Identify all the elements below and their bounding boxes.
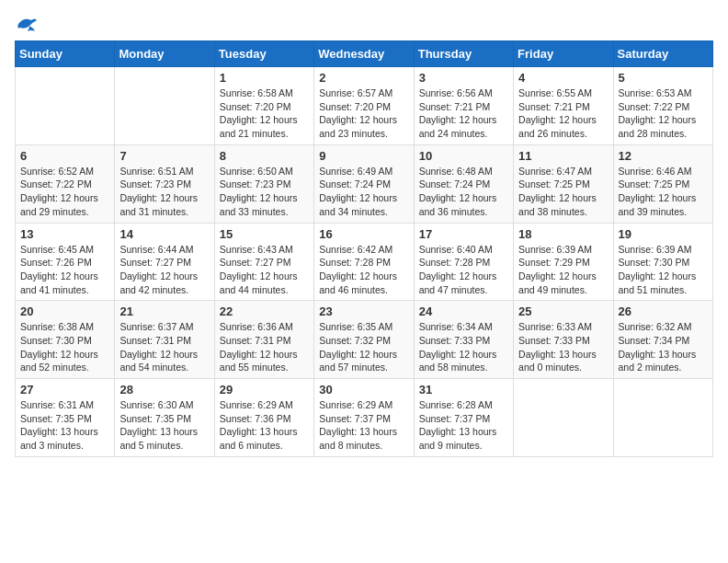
day-number: 29 (220, 383, 309, 396)
day-info: Sunrise: 6:58 AM Sunset: 7:20 PM Dayligh… (220, 86, 309, 141)
day-info: Sunrise: 6:46 AM Sunset: 7:25 PM Dayligh… (619, 165, 708, 219)
calendar-cell: 10Sunrise: 6:48 AM Sunset: 7:24 PM Dayli… (414, 144, 513, 223)
calendar-cell: 27Sunrise: 6:31 AM Sunset: 7:35 PM Dayli… (16, 379, 115, 457)
day-number: 15 (220, 227, 309, 241)
day-number: 20 (20, 304, 109, 318)
calendar-cell: 11Sunrise: 6:47 AM Sunset: 7:25 PM Dayli… (514, 144, 613, 223)
day-number: 4 (518, 71, 608, 85)
weekday-header-thursday: Thursday (414, 41, 513, 67)
day-number: 22 (220, 304, 309, 318)
day-info: Sunrise: 6:53 AM Sunset: 7:22 PM Dayligh… (619, 86, 708, 141)
calendar-cell (514, 379, 613, 457)
calendar-cell: 20Sunrise: 6:38 AM Sunset: 7:30 PM Dayli… (16, 301, 115, 379)
day-number: 3 (419, 71, 508, 85)
day-number: 28 (119, 383, 209, 396)
calendar-week-row: 6Sunrise: 6:52 AM Sunset: 7:22 PM Daylig… (16, 144, 713, 223)
calendar-week-row: 1Sunrise: 6:58 AM Sunset: 7:20 PM Daylig… (16, 67, 713, 145)
day-number: 19 (619, 227, 708, 241)
calendar-cell: 29Sunrise: 6:29 AM Sunset: 7:36 PM Dayli… (214, 379, 313, 457)
day-info: Sunrise: 6:40 AM Sunset: 7:28 PM Dayligh… (419, 243, 508, 297)
logo-bird-icon (17, 15, 39, 33)
weekday-header-monday: Monday (115, 41, 214, 67)
day-number: 11 (518, 149, 608, 163)
calendar-cell: 31Sunrise: 6:28 AM Sunset: 7:37 PM Dayli… (414, 379, 513, 457)
calendar-week-row: 20Sunrise: 6:38 AM Sunset: 7:30 PM Dayli… (16, 301, 713, 379)
day-number: 6 (20, 149, 109, 163)
day-number: 12 (619, 149, 708, 163)
calendar-week-row: 13Sunrise: 6:45 AM Sunset: 7:26 PM Dayli… (16, 223, 713, 301)
weekday-header-wednesday: Wednesday (314, 41, 414, 67)
day-info: Sunrise: 6:36 AM Sunset: 7:31 PM Dayligh… (220, 320, 309, 374)
day-info: Sunrise: 6:38 AM Sunset: 7:30 PM Dayligh… (20, 320, 109, 374)
day-info: Sunrise: 6:29 AM Sunset: 7:37 PM Dayligh… (319, 398, 408, 453)
calendar-cell: 18Sunrise: 6:39 AM Sunset: 7:29 PM Dayli… (514, 223, 613, 301)
calendar-cell: 28Sunrise: 6:30 AM Sunset: 7:35 PM Dayli… (115, 379, 214, 457)
day-number: 2 (319, 71, 408, 85)
calendar-cell: 17Sunrise: 6:40 AM Sunset: 7:28 PM Dayli… (414, 223, 513, 301)
calendar-cell: 5Sunrise: 6:53 AM Sunset: 7:22 PM Daylig… (613, 67, 712, 145)
weekday-header-tuesday: Tuesday (214, 41, 313, 67)
weekday-header-friday: Friday (514, 41, 613, 67)
calendar-cell: 26Sunrise: 6:32 AM Sunset: 7:34 PM Dayli… (613, 301, 712, 379)
day-info: Sunrise: 6:33 AM Sunset: 7:33 PM Dayligh… (518, 320, 608, 374)
day-info: Sunrise: 6:28 AM Sunset: 7:37 PM Dayligh… (419, 398, 508, 453)
calendar-week-row: 27Sunrise: 6:31 AM Sunset: 7:35 PM Dayli… (16, 379, 713, 457)
day-info: Sunrise: 6:55 AM Sunset: 7:21 PM Dayligh… (518, 86, 608, 141)
calendar-cell: 12Sunrise: 6:46 AM Sunset: 7:25 PM Dayli… (613, 144, 712, 223)
day-number: 30 (319, 383, 408, 396)
calendar-cell: 25Sunrise: 6:33 AM Sunset: 7:33 PM Dayli… (514, 301, 613, 379)
calendar-cell: 14Sunrise: 6:44 AM Sunset: 7:27 PM Dayli… (115, 223, 214, 301)
day-number: 1 (220, 71, 309, 85)
day-info: Sunrise: 6:44 AM Sunset: 7:27 PM Dayligh… (119, 243, 209, 297)
day-number: 7 (119, 149, 209, 163)
day-number: 16 (319, 227, 408, 241)
calendar-cell: 23Sunrise: 6:35 AM Sunset: 7:32 PM Dayli… (314, 301, 414, 379)
calendar-cell: 2Sunrise: 6:57 AM Sunset: 7:20 PM Daylig… (314, 67, 414, 145)
day-info: Sunrise: 6:48 AM Sunset: 7:24 PM Dayligh… (419, 165, 508, 219)
day-info: Sunrise: 6:47 AM Sunset: 7:25 PM Dayligh… (518, 165, 608, 219)
day-number: 27 (20, 383, 109, 396)
day-number: 31 (419, 383, 508, 396)
day-number: 13 (20, 227, 109, 241)
day-number: 10 (419, 149, 508, 163)
calendar-cell: 16Sunrise: 6:42 AM Sunset: 7:28 PM Dayli… (314, 223, 414, 301)
day-number: 25 (518, 304, 608, 318)
calendar-cell: 8Sunrise: 6:50 AM Sunset: 7:23 PM Daylig… (214, 144, 313, 223)
weekday-header-saturday: Saturday (613, 41, 712, 67)
day-info: Sunrise: 6:34 AM Sunset: 7:33 PM Dayligh… (419, 320, 508, 374)
day-info: Sunrise: 6:39 AM Sunset: 7:29 PM Dayligh… (518, 243, 608, 297)
day-info: Sunrise: 6:50 AM Sunset: 7:23 PM Dayligh… (220, 165, 309, 219)
day-info: Sunrise: 6:45 AM Sunset: 7:26 PM Dayligh… (20, 243, 109, 297)
day-number: 8 (220, 149, 309, 163)
day-info: Sunrise: 6:51 AM Sunset: 7:23 PM Dayligh… (119, 165, 209, 219)
calendar-cell (115, 67, 214, 145)
day-number: 18 (518, 227, 608, 241)
calendar-cell: 1Sunrise: 6:58 AM Sunset: 7:20 PM Daylig… (214, 67, 313, 145)
day-info: Sunrise: 6:52 AM Sunset: 7:22 PM Dayligh… (20, 165, 109, 219)
calendar-cell: 7Sunrise: 6:51 AM Sunset: 7:23 PM Daylig… (115, 144, 214, 223)
day-info: Sunrise: 6:30 AM Sunset: 7:35 PM Dayligh… (119, 398, 209, 453)
calendar-cell: 21Sunrise: 6:37 AM Sunset: 7:31 PM Dayli… (115, 301, 214, 379)
day-info: Sunrise: 6:56 AM Sunset: 7:21 PM Dayligh… (419, 86, 508, 141)
calendar-table: SundayMondayTuesdayWednesdayThursdayFrid… (15, 40, 713, 457)
calendar-cell: 19Sunrise: 6:39 AM Sunset: 7:30 PM Dayli… (613, 223, 712, 301)
calendar-cell: 30Sunrise: 6:29 AM Sunset: 7:37 PM Dayli… (314, 379, 414, 457)
weekday-header-sunday: Sunday (16, 41, 115, 67)
weekday-header-row: SundayMondayTuesdayWednesdayThursdayFrid… (16, 41, 713, 67)
day-info: Sunrise: 6:42 AM Sunset: 7:28 PM Dayligh… (319, 243, 408, 297)
day-info: Sunrise: 6:32 AM Sunset: 7:34 PM Dayligh… (619, 320, 708, 374)
calendar-cell: 24Sunrise: 6:34 AM Sunset: 7:33 PM Dayli… (414, 301, 513, 379)
logo (15, 15, 39, 33)
calendar-cell: 4Sunrise: 6:55 AM Sunset: 7:21 PM Daylig… (514, 67, 613, 145)
calendar-cell (613, 379, 712, 457)
day-info: Sunrise: 6:49 AM Sunset: 7:24 PM Dayligh… (319, 165, 408, 219)
day-number: 23 (319, 304, 408, 318)
day-number: 14 (119, 227, 209, 241)
day-info: Sunrise: 6:37 AM Sunset: 7:31 PM Dayligh… (119, 320, 209, 374)
calendar-cell: 3Sunrise: 6:56 AM Sunset: 7:21 PM Daylig… (414, 67, 513, 145)
calendar-cell: 15Sunrise: 6:43 AM Sunset: 7:27 PM Dayli… (214, 223, 313, 301)
day-info: Sunrise: 6:29 AM Sunset: 7:36 PM Dayligh… (220, 398, 309, 453)
day-info: Sunrise: 6:43 AM Sunset: 7:27 PM Dayligh… (220, 243, 309, 297)
day-number: 21 (119, 304, 209, 318)
calendar-cell: 13Sunrise: 6:45 AM Sunset: 7:26 PM Dayli… (16, 223, 115, 301)
